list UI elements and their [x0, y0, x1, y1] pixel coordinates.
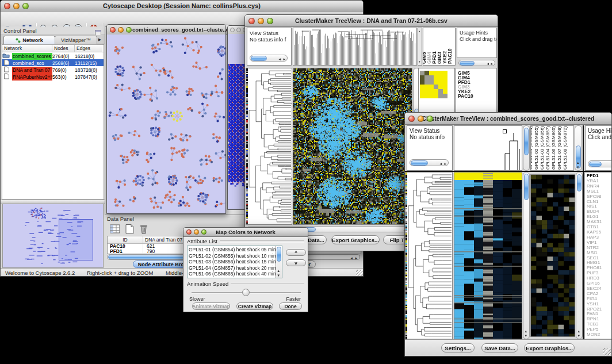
move-down-label: v	[294, 260, 297, 266]
treeview2-titlebar[interactable]: ClusterMaker TreeView : combined_scores_…	[405, 113, 611, 125]
tv2-button-save-data[interactable]: Save Data...	[481, 343, 518, 352]
tv2-resize-grip[interactable]	[603, 348, 611, 355]
tv2-row-dendrogram[interactable]	[405, 172, 453, 339]
close-button[interactable]	[230, 28, 235, 32]
tv2-view-status-line2: No status info	[407, 134, 452, 140]
table-icon[interactable]	[109, 224, 121, 235]
move-down-button[interactable]: v	[286, 259, 306, 266]
tv1-button-export-graphics[interactable]: Export Graphics...	[331, 235, 380, 244]
tv1-usage-hints-line2: Click and drag to	[457, 36, 496, 43]
attribute-list-item[interactable]: GPL51-07 (GSM868) heat shock 60 min	[188, 277, 282, 279]
attribute-listbox[interactable]: GPL51-01 (GSM854) heat shock 05 minGPL51…	[187, 246, 282, 278]
zoom-button[interactable]	[427, 116, 433, 122]
network-tree-row[interactable]: combined_sco2569(6)13112(15)	[2, 59, 104, 66]
matrix-cell	[443, 80, 447, 85]
dialog-titlebar[interactable]: Map Colors to Network	[183, 228, 308, 237]
network-tree-row[interactable]: RNAPuberNov2+!563(0)107847(0)	[2, 73, 104, 80]
zoom-button[interactable]	[22, 3, 29, 9]
matrix-cell	[420, 80, 424, 85]
tab-vizmapper[interactable]: VizMapper™	[55, 36, 97, 44]
attribute-list-item[interactable]: GPL51-03 (GSM856) heat shock 15 min	[188, 259, 282, 265]
matrix-cell	[420, 94, 424, 98]
tv2-view-status-line1: View Status	[407, 126, 452, 134]
attribute-list-item[interactable]: GPL51-01 (GSM854) heat shock 05 min	[188, 247, 282, 253]
tab-network[interactable]: Network	[3, 36, 55, 44]
treeview2-title: ClusterMaker TreeView : combined_scores_…	[405, 116, 611, 122]
done-button[interactable]: Done	[279, 302, 302, 310]
network-nodes-count: 769(0)	[52, 67, 75, 74]
matrix-cell	[424, 94, 429, 98]
close-button[interactable]	[186, 229, 192, 235]
attribute-list-item[interactable]: GPL51-06 (GSM865) heat shock 40 min	[188, 271, 282, 277]
tv2-heatmap[interactable]	[454, 172, 522, 339]
tv1-dendro-vscroll[interactable]: ▴ ▾	[418, 28, 422, 66]
animation-speed-slider[interactable]	[192, 289, 301, 297]
tv2-button-settings[interactable]: Settings...	[441, 343, 475, 352]
minimize-button[interactable]	[118, 27, 124, 33]
minimize-button[interactable]	[194, 229, 199, 235]
tv2-labels-vscrollbar[interactable]: ▴ ▾	[575, 125, 582, 171]
tv1-side-gene-label: PAC10	[458, 94, 496, 98]
minimize-button[interactable]	[13, 3, 20, 9]
tv2-column-label: GPL51-04 (GSM857)	[545, 126, 550, 170]
col-header-network[interactable]: Network	[2, 45, 52, 52]
window-controls	[4, 3, 29, 9]
close-button[interactable]	[408, 116, 415, 122]
network-view-window-2	[227, 25, 246, 210]
similarity-matrix[interactable]	[420, 71, 447, 98]
matrix-cell	[420, 71, 424, 75]
tab-overflow-arrow[interactable]: ▶	[97, 36, 103, 44]
tv2-column-dendrogram[interactable]	[454, 125, 522, 171]
attribute-list-item[interactable]: GPL51-02 (GSM855) heat shock 10 min	[188, 253, 282, 259]
zoom-button[interactable]	[126, 27, 132, 33]
tv2-zoom-heatmap[interactable]	[530, 174, 575, 337]
tv2-genes-vscrollbar[interactable]: ▴ ▾	[576, 172, 583, 339]
tv1-row-dendrogram[interactable]	[246, 68, 292, 225]
attribute-list-label: Attribute List	[187, 238, 217, 244]
minimize-button[interactable]	[236, 28, 241, 32]
tv1-column-dendrogram[interactable]	[293, 28, 417, 66]
tv2-button-label: Settings...	[445, 345, 471, 351]
network-tree-row[interactable]: combined_scores2764(0)16218(0)	[2, 52, 104, 59]
matrix-cell	[434, 85, 438, 89]
close-button[interactable]	[4, 3, 10, 9]
network-canvas-2[interactable]	[228, 34, 246, 210]
network-overview[interactable]	[2, 204, 104, 268]
zoom-button[interactable]	[201, 229, 206, 235]
main-resize-grip[interactable]	[356, 270, 364, 277]
matrix-cell	[420, 89, 424, 94]
tv1-hints-scrollbar[interactable]: ◂ ▸	[458, 60, 495, 66]
zoom-button[interactable]	[267, 18, 273, 24]
network-canvas[interactable]	[107, 35, 226, 214]
close-button[interactable]	[110, 27, 116, 33]
main-titlebar[interactable]: Cytoscape Desktop (Session Name: collins…	[1, 1, 363, 12]
col-header-edges[interactable]: Edges	[75, 45, 102, 52]
network-edges-count: 16218(0)	[75, 53, 104, 60]
col-header-nodes[interactable]: Nodes	[52, 45, 75, 52]
attribute-list-item[interactable]: GPL51-04 (GSM857) heat shock 20 min	[188, 265, 282, 271]
treeview1-titlebar[interactable]: ClusterMaker TreeView : DNA and Tran 07-…	[245, 15, 498, 27]
close-button[interactable]	[248, 18, 255, 24]
minimize-button[interactable]	[418, 116, 424, 122]
minimize-button[interactable]	[258, 18, 264, 24]
trash-icon[interactable]	[138, 224, 150, 235]
new-document-icon[interactable]	[124, 224, 135, 235]
tv2-button-export-graphics[interactable]: Export Graphics...	[524, 343, 575, 352]
done-label: Done	[284, 304, 296, 309]
matrix-cell	[438, 80, 443, 85]
tv2-status-scrollbar[interactable]: ◂ ▸	[410, 159, 449, 166]
dp-col-id[interactable]: ID	[108, 236, 143, 243]
tv1-heatmap[interactable]	[293, 68, 412, 225]
tv1-status-scrollbar[interactable]: ◂ ▸	[250, 55, 288, 62]
matrix-cell	[424, 85, 429, 89]
slider-thumb[interactable]	[242, 289, 250, 296]
matrix-cell	[424, 75, 429, 80]
tv2-heatmap-vscrollbar[interactable]: ▴ ▾	[523, 172, 530, 339]
network-tree-row[interactable]: DNA and Tran 07769(0)183728(0)	[2, 66, 104, 73]
tv2-hints-scrollbar[interactable]	[588, 160, 612, 167]
tv2-dendro-vscrollbar[interactable]	[523, 125, 530, 171]
animate-vizmap-button[interactable]: Animate Vizmap	[192, 302, 230, 310]
tv2-button-label: Save Data...	[484, 345, 515, 351]
move-up-button[interactable]: ^	[286, 249, 306, 256]
create-vizmap-button[interactable]: Create Vizmap	[236, 302, 273, 310]
